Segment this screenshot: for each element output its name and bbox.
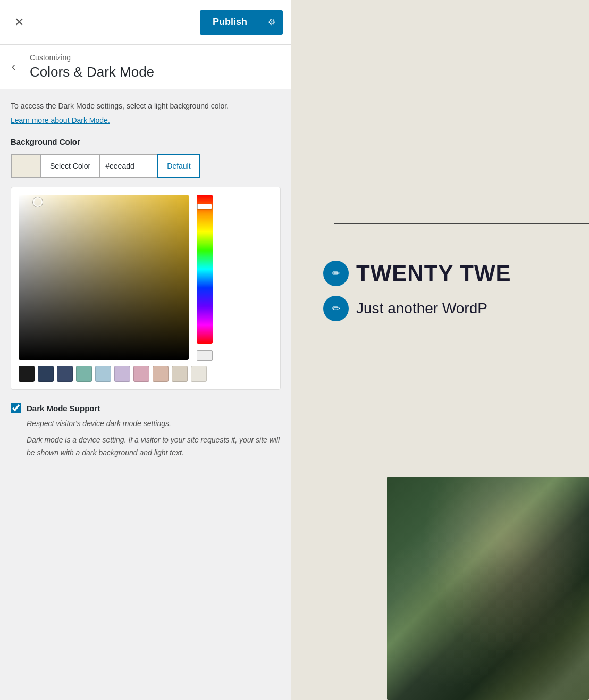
saturation-area[interactable] <box>19 195 189 360</box>
pencil-icon-2: ✏ <box>332 303 340 314</box>
default-button[interactable]: Default <box>157 154 200 178</box>
site-tagline-text: Just another WordP <box>356 300 487 317</box>
back-button[interactable]: ‹ <box>7 56 20 78</box>
settings-icon: ⚙ <box>268 17 275 27</box>
color-picker-inner <box>19 195 273 361</box>
dark-mode-checkbox-row: Dark Mode Support <box>11 403 281 413</box>
site-title-row: ✏ TWENTY TWE <box>323 261 511 286</box>
customizing-label: Customizing <box>30 53 281 62</box>
site-title-area: ✏ TWENTY TWE ✏ Just another WordP <box>323 261 511 321</box>
edit-tagline-icon[interactable]: ✏ <box>323 296 349 321</box>
description-text: To access the Dark Mode settings, select… <box>11 100 281 112</box>
content-area: To access the Dark Mode settings, select… <box>0 89 291 700</box>
alpha-slider[interactable] <box>197 350 213 361</box>
learn-more-link[interactable]: Learn more about Dark Mode. <box>11 116 281 124</box>
swatch-navy[interactable] <box>57 366 73 382</box>
swatch-black[interactable] <box>19 366 35 382</box>
swatch-light-blue[interactable] <box>95 366 111 382</box>
pencil-icon: ✏ <box>332 268 340 279</box>
top-bar: ✕ Publish ⚙ <box>0 0 291 45</box>
edit-title-icon[interactable]: ✏ <box>323 261 349 286</box>
close-icon: ✕ <box>14 15 24 29</box>
section-title: Colors & Dark Mode <box>30 64 281 80</box>
hue-handle[interactable] <box>197 204 212 209</box>
background-color-label: Background Color <box>11 137 281 146</box>
color-preview-button[interactable] <box>11 154 40 178</box>
dark-mode-checkbox[interactable] <box>11 403 21 413</box>
dark-mode-section: Dark Mode Support Respect visitor's devi… <box>11 403 281 459</box>
hue-bar[interactable] <box>197 195 213 344</box>
preview-divider <box>334 223 589 224</box>
site-tagline-row: ✏ Just another WordP <box>323 296 511 321</box>
section-header: ‹ Customizing Colors & Dark Mode <box>0 45 291 89</box>
painting-preview <box>387 477 589 700</box>
painting-inner <box>387 477 589 700</box>
swatch-teal[interactable] <box>76 366 92 382</box>
swatch-off-white[interactable] <box>191 366 207 382</box>
select-color-button[interactable]: Select Color <box>40 154 99 178</box>
swatch-pink[interactable] <box>133 366 149 382</box>
saturation-handle[interactable] <box>33 197 43 207</box>
color-picker-container <box>11 187 281 390</box>
swatch-lavender[interactable] <box>114 366 130 382</box>
color-select-row: Select Color Default <box>11 154 281 178</box>
swatch-light-tan[interactable] <box>172 366 188 382</box>
swatch-dark-navy[interactable] <box>38 366 54 382</box>
close-button[interactable]: ✕ <box>9 12 30 33</box>
left-panel: ✕ Publish ⚙ ‹ Customizing Colors & Dark … <box>0 0 291 700</box>
dark-mode-desc2: Dark mode is a device setting. If a visi… <box>11 434 281 459</box>
swatches-row <box>19 366 273 382</box>
hex-input[interactable] <box>99 154 157 178</box>
hue-slider-area <box>195 195 214 361</box>
publish-button[interactable]: Publish <box>200 10 260 35</box>
dark-mode-desc1: Respect visitor's device dark mode setti… <box>11 418 281 430</box>
right-panel: ✏ TWENTY TWE ✏ Just another WordP <box>291 0 589 700</box>
publish-settings-button[interactable]: ⚙ <box>260 10 283 35</box>
back-icon: ‹ <box>12 60 15 73</box>
publish-area: Publish ⚙ <box>200 10 283 35</box>
dark-mode-label: Dark Mode Support <box>27 404 100 413</box>
site-title-text: TWENTY TWE <box>356 261 511 286</box>
swatch-peach[interactable] <box>153 366 169 382</box>
